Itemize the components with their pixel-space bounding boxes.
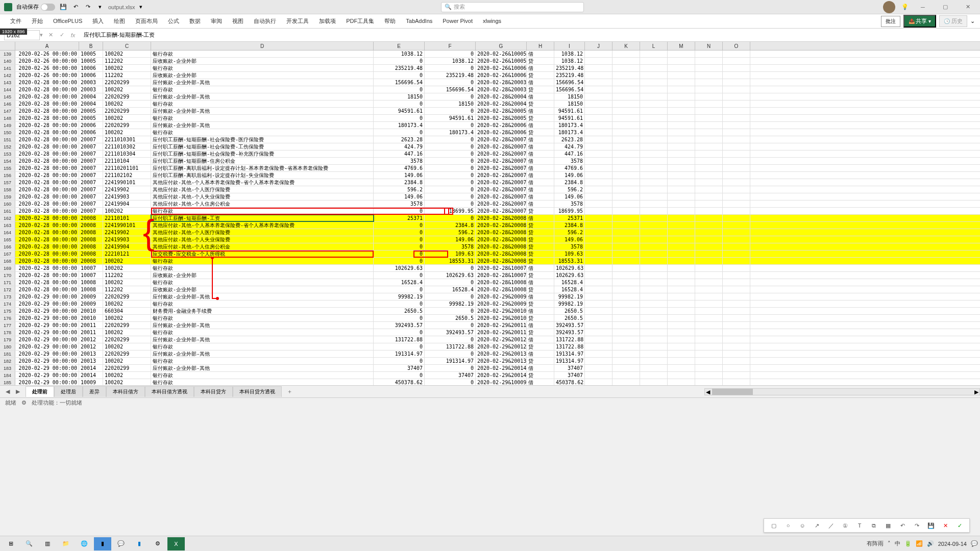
cell[interactable] — [668, 365, 695, 371]
cell[interactable]: 2020-02-28&20007 — [476, 136, 527, 143]
cell[interactable]: 借 — [527, 108, 554, 114]
cell[interactable]: 2020-02-29 00:00:00 — [15, 300, 79, 307]
cell[interactable]: 借 — [527, 51, 554, 57]
cell[interactable]: 2020-02-28 00:00:00 — [15, 101, 79, 107]
cell[interactable]: 2020-02-28&20005 — [476, 115, 527, 121]
cell[interactable]: 0 — [374, 58, 425, 64]
cell[interactable]: 0 — [374, 86, 425, 93]
row-header[interactable]: 159 — [0, 193, 15, 200]
col-header[interactable]: O — [723, 42, 750, 50]
row-header[interactable]: 167 — [0, 251, 15, 257]
cell[interactable]: 112202 — [103, 72, 151, 79]
cell[interactable]: 2623.28 — [374, 136, 425, 143]
cell[interactable]: 2020-02-28 00:00:00 — [15, 236, 79, 243]
row-header[interactable]: 148 — [0, 115, 15, 121]
cell[interactable]: 2020-02-26 00:00:00 — [15, 51, 79, 57]
maximize-icon[interactable]: ▢ — [937, 2, 953, 12]
cell[interactable] — [612, 322, 640, 329]
cell[interactable]: 贷 — [527, 372, 554, 379]
cell[interactable]: 102629.63 — [425, 272, 476, 279]
cell[interactable]: 2020-02-29&20010 — [476, 315, 527, 321]
cell[interactable] — [585, 201, 612, 207]
cell[interactable] — [585, 86, 612, 93]
cell[interactable]: 149.06 — [554, 172, 585, 179]
tray-chevron-icon[interactable]: ˄ — [888, 540, 891, 547]
cell[interactable]: 180173.4 — [425, 129, 476, 136]
cell[interactable]: 22210121 — [103, 251, 151, 257]
cell[interactable]: 109.63 — [425, 251, 476, 257]
cell[interactable] — [612, 222, 640, 229]
cell[interactable] — [585, 165, 612, 171]
cell[interactable]: 0 — [374, 208, 425, 214]
cell[interactable]: 0 — [425, 279, 476, 286]
table-row[interactable]: 1632020-02-28 00:00:00200082241990101其他应… — [0, 222, 980, 229]
file-explorer-icon[interactable]: 📁 — [57, 537, 75, 550]
row-header[interactable]: 149 — [0, 122, 15, 129]
cell[interactable] — [668, 372, 695, 379]
cell[interactable]: 2020-02-29 00:00:00 — [15, 329, 79, 336]
cell[interactable]: 22419902 — [103, 186, 151, 193]
cell[interactable]: 2020-02-28 00:00:00 — [15, 93, 79, 100]
cell[interactable] — [612, 372, 640, 379]
cell[interactable] — [723, 79, 750, 86]
cell[interactable] — [695, 379, 723, 385]
cell[interactable] — [695, 350, 723, 357]
cell[interactable] — [640, 208, 668, 214]
cell[interactable]: 2020-02-28 00:00:00 — [15, 208, 79, 214]
toggle-off-icon[interactable] — [41, 4, 55, 11]
table-row[interactable]: 1462020-02-28 00:00:0020004100202银行存款018… — [0, 101, 980, 108]
table-row[interactable]: 1592020-02-28 00:00:002000722419903其他应付款… — [0, 193, 980, 201]
cell[interactable] — [695, 208, 723, 214]
cell[interactable] — [668, 286, 695, 293]
cell[interactable] — [612, 115, 640, 121]
cell[interactable] — [640, 129, 668, 136]
emoji-tool-icon[interactable]: ☺ — [798, 521, 807, 530]
cell[interactable] — [585, 236, 612, 243]
cell[interactable]: 借 — [527, 365, 554, 371]
cell[interactable] — [723, 265, 750, 271]
cell[interactable] — [695, 186, 723, 193]
cell[interactable] — [585, 158, 612, 164]
cell[interactable] — [668, 158, 695, 164]
row-header[interactable]: 155 — [0, 165, 15, 171]
cell[interactable]: 2020-02-26&10005 — [476, 51, 527, 57]
table-row[interactable]: 1502020-02-28 00:00:0020006100202银行存款018… — [0, 129, 980, 136]
cell[interactable]: 596.2 — [554, 229, 585, 236]
cell[interactable] — [695, 215, 723, 221]
ime-icon[interactable]: 中 — [895, 540, 900, 547]
cell[interactable]: 2211010301 — [103, 136, 151, 143]
cell[interactable]: 3578 — [425, 243, 476, 250]
table-row[interactable]: 1662020-02-28 00:00:002000822419904其他应付款… — [0, 243, 980, 251]
cell[interactable]: 0 — [374, 358, 425, 364]
row-header[interactable]: 154 — [0, 158, 15, 164]
table-row[interactable]: 1622020-02-28 00:00:002000822110101应付职工薪… — [0, 215, 980, 222]
cell[interactable]: 其他应付款-其他-个人失业保险费 — [151, 193, 374, 200]
cell[interactable] — [723, 222, 750, 229]
cell[interactable]: 借 — [527, 65, 554, 71]
cell[interactable] — [668, 222, 695, 229]
cell[interactable]: 其他应付款-其他-个人住房公积金 — [151, 243, 374, 250]
cell[interactable]: 2020-02-29&20014 — [476, 372, 527, 379]
cell[interactable] — [723, 172, 750, 179]
cell[interactable]: 0 — [425, 179, 476, 186]
cell[interactable] — [668, 322, 695, 329]
rect-tool-icon[interactable]: ▢ — [769, 521, 778, 530]
cell[interactable]: 10005 — [79, 51, 103, 57]
table-row[interactable]: 1492020-02-28 00:00:002000622020299应付账款-… — [0, 122, 980, 129]
cell[interactable] — [640, 158, 668, 164]
cell[interactable]: 2020-02-28&20004 — [476, 101, 527, 107]
cell[interactable] — [640, 293, 668, 300]
cell[interactable]: 112202 — [103, 58, 151, 64]
cell[interactable]: 22020299 — [103, 79, 151, 86]
cell[interactable] — [585, 193, 612, 200]
col-header[interactable]: A — [15, 42, 79, 50]
cell[interactable] — [668, 122, 695, 129]
cell[interactable] — [668, 251, 695, 257]
ribbon-tab[interactable]: 插入 — [87, 15, 109, 27]
col-header[interactable]: D — [151, 42, 374, 50]
table-row[interactable]: 1772020-02-29 00:00:002001122020299应付账款-… — [0, 322, 980, 329]
cell[interactable]: 2020-02-28&20006 — [476, 122, 527, 129]
cell[interactable]: 37407 — [554, 372, 585, 379]
cell[interactable]: 596.2 — [425, 229, 476, 236]
cell[interactable]: 2020-02-28&20007 — [476, 172, 527, 179]
